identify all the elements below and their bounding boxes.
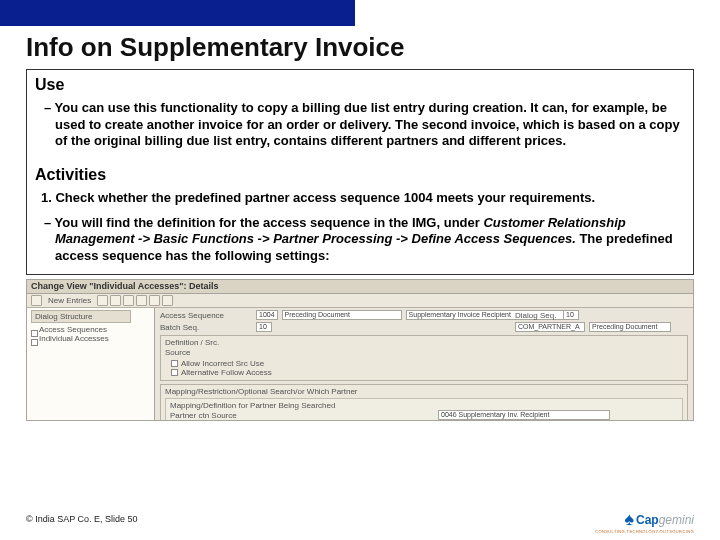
field-source-code[interactable]: COM_PARTNER_A	[515, 322, 585, 332]
chk-label: Alternative Follow Access	[181, 368, 272, 377]
group-title: Mapping/Restriction/Optional Search/or W…	[165, 387, 683, 396]
field-batch[interactable]: 10	[256, 322, 272, 332]
sap-tree: Dialog Structure Access Sequences Indivi…	[27, 308, 155, 420]
toolbar-icon[interactable]	[110, 295, 121, 306]
field-access-desc[interactable]: Preceding Document	[282, 310, 402, 320]
label-partnerctn: Partner ctn Source	[170, 411, 262, 420]
label-access-seq: Access Sequence	[160, 311, 252, 320]
toolbar-icon[interactable]	[97, 295, 108, 306]
group-title: Definition / Src.	[165, 338, 683, 347]
tree-heading: Dialog Structure	[31, 310, 131, 323]
activities-step2: You will find the definition for the acc…	[27, 211, 693, 275]
tree-item[interactable]: Individual Accesses	[31, 334, 150, 343]
mapping-subhead: Mapping/Definition for Partner Being Sea…	[170, 401, 678, 410]
spade-icon: ♠	[624, 510, 634, 528]
field-partnerctn[interactable]: 0046 Supplementary Inv. Recipient	[438, 410, 610, 420]
checkbox-icon	[171, 360, 178, 367]
toolbar-newentries[interactable]: New Entries	[48, 296, 91, 305]
use-body: You can use this functionality to copy a…	[27, 96, 693, 160]
activities-heading: Activities	[27, 160, 693, 186]
toolbar-icon[interactable]	[31, 295, 42, 306]
toolbar-icon-group	[97, 295, 173, 306]
sap-titlebar: Change View "Individual Accesses": Detai…	[27, 280, 693, 294]
content-frame: Use You can use this functionality to co…	[26, 69, 694, 275]
chk-allow-incorrect[interactable]: Allow Incorrect Src Use	[165, 359, 683, 368]
sap-toolbar: New Entries	[27, 294, 693, 308]
logo-text-cap: Cap	[636, 513, 659, 527]
logo-tagline: CONSULTING.TECHNOLOGY.OUTSOURCING	[595, 529, 694, 534]
use-heading: Use	[27, 70, 693, 96]
page-title: Info on Supplementary Invoice	[26, 32, 720, 63]
label-dialog-seq: Dialog Seq.	[515, 311, 559, 320]
field-source-desc[interactable]: Preceding Document	[589, 322, 671, 332]
chk-label: Allow Incorrect Src Use	[181, 359, 264, 368]
activities-step2-pre: You will find the definition for the acc…	[55, 215, 484, 230]
checkbox-icon	[171, 369, 178, 376]
sap-detail-pane: Access Sequence 1004 Preceding Document …	[155, 308, 693, 420]
toolbar-icon[interactable]	[162, 295, 173, 306]
toolbar-icon[interactable]	[149, 295, 160, 306]
accent-bar	[0, 0, 355, 26]
toolbar-icon[interactable]	[136, 295, 147, 306]
toolbar-icon[interactable]	[123, 295, 134, 306]
nested-box: Mapping/Definition for Partner Being Sea…	[165, 398, 683, 421]
sap-group-definition: Definition / Src. Dialog Seq. 10 COM_PAR…	[160, 335, 688, 381]
chk-alt-follow[interactable]: Alternative Follow Access	[165, 368, 683, 377]
footer-copyright: © India SAP Co. E, Slide 50	[26, 514, 138, 524]
logo-text-gemini: gemini	[659, 513, 694, 527]
field-access-code[interactable]: 1004	[256, 310, 278, 320]
sap-group-mapping: Mapping/Restriction/Optional Search/or W…	[160, 384, 688, 421]
field-dialog-seq[interactable]: 10	[563, 310, 579, 320]
label-batch: Batch Seq.	[160, 323, 252, 332]
label-source: Source	[165, 348, 257, 357]
activities-step1: 1. Check whether the predefined partner …	[27, 186, 693, 211]
tree-item[interactable]: Access Sequences	[31, 325, 150, 334]
sap-screenshot: Change View "Individual Accesses": Detai…	[26, 279, 694, 421]
capgemini-logo: ♠ Capgemini	[624, 510, 694, 528]
